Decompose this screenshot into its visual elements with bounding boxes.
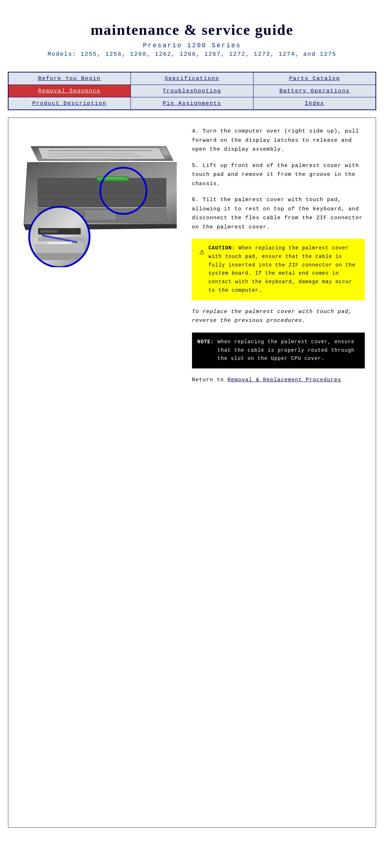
nav-link-before-you-begin[interactable]: Before You Begin [38, 76, 101, 82]
laptop-svg [20, 132, 177, 267]
nav-cell-troubleshooting[interactable]: Troubleshooting [131, 85, 254, 97]
nav-row-1: Before You Begin Specifications Parts Ca… [8, 72, 376, 85]
nav-link-troubleshooting[interactable]: Troubleshooting [162, 88, 221, 94]
image-area [12, 122, 185, 249]
caution-body: When replacing the palmrest cover with t… [208, 245, 356, 293]
page-wrapper: maintenance & service guide Presario 120… [0, 0, 384, 828]
note-box: NOTE: When replacing the palmrest cover,… [192, 333, 365, 368]
nav-link-product-description[interactable]: Product Description [32, 101, 107, 107]
nav-cell-product-description[interactable]: Product Description [8, 97, 131, 110]
svg-rect-12 [97, 177, 129, 181]
svg-rect-14 [102, 179, 123, 180]
caution-icon: ⚠ [199, 245, 205, 259]
return-text: Return to [192, 377, 224, 383]
caution-text: CAUTION: When replacing the palmrest cov… [208, 244, 359, 295]
models-text: Models: 1255, 1256, 1260, 1262, 1266, 12… [7, 51, 377, 58]
nav-link-specifications[interactable]: Specifications [165, 76, 219, 82]
nav-cell-pin-assignments[interactable]: Pin Assignments [131, 97, 254, 110]
nav-link-index[interactable]: Index [305, 101, 324, 107]
step6-text: 6. Tilt the palmrest cover with touch pa… [192, 195, 365, 232]
nav-link-battery-operations[interactable]: Battery Operations [279, 88, 350, 94]
nav-link-pin-assignments[interactable]: Pin Assignments [162, 101, 221, 107]
nav-row-2: Removal Sequence Troubleshooting Battery… [8, 85, 376, 97]
nav-cell-before-you-begin[interactable]: Before You Begin [8, 72, 131, 85]
step4-text: 4. Turn the computer over (right side up… [192, 127, 365, 154]
nav-link-parts-catalog[interactable]: Parts Catalog [289, 76, 340, 82]
nav-table: Before You Begin Specifications Parts Ca… [8, 72, 377, 110]
svg-rect-21 [40, 230, 58, 233]
nav-row-3: Product Description Pin Assignments Inde… [8, 97, 376, 110]
content-border: 4. Turn the computer over (right side up… [8, 117, 377, 828]
nav-cell-specifications[interactable]: Specifications [131, 72, 254, 85]
step5-text: 5. Lift up front end of the palmrest cov… [192, 161, 365, 189]
italic-text: To replace the palmrest cover with touch… [192, 307, 365, 325]
nav-cell-battery-operations[interactable]: Battery Operations [253, 85, 376, 97]
return-link-section: Return to Removal & Replacement Procedur… [192, 376, 365, 385]
nav-link-removal-sequence[interactable]: Removal Sequence [38, 88, 101, 94]
note-label: NOTE: [197, 338, 214, 346]
nav-cell-index[interactable]: Index [253, 97, 376, 110]
note-text: When replacing the palmrest cover, ensur… [218, 338, 360, 363]
content-inner: 4. Turn the computer over (right side up… [12, 122, 372, 390]
main-title: maintenance & service guide [7, 21, 377, 38]
svg-rect-26 [34, 253, 84, 260]
nav-cell-parts-catalog[interactable]: Parts Catalog [253, 72, 376, 85]
nav-cell-removal-sequence[interactable]: Removal Sequence [8, 85, 131, 97]
laptop-image [20, 132, 177, 246]
caution-label: CAUTION: [208, 245, 235, 251]
header-section: maintenance & service guide Presario 120… [0, 0, 384, 72]
caution-box: ⚠ CAUTION: When replacing the palmrest c… [192, 239, 365, 300]
subtitle: Presario 1200 Series [7, 42, 377, 49]
text-area: 4. Turn the computer over (right side up… [185, 122, 372, 390]
return-link[interactable]: Removal & Replacement Procedures [228, 377, 341, 383]
